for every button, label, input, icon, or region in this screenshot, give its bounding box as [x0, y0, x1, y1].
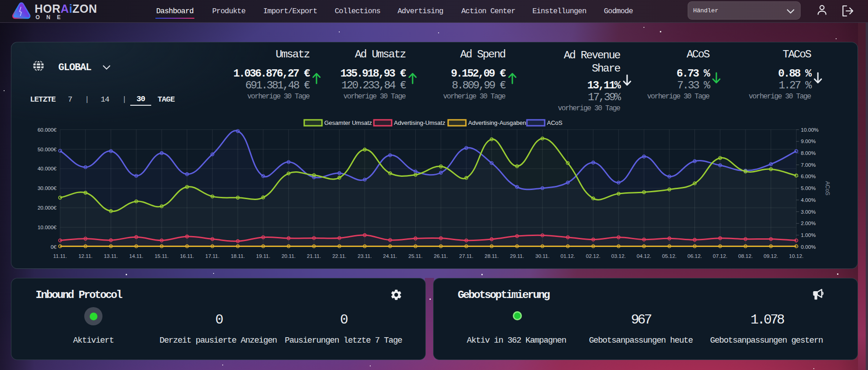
svg-text:9.00%: 9.00% [801, 139, 816, 144]
svg-text:08.12.: 08.12. [738, 253, 753, 259]
svg-text:40.000€: 40.000€ [37, 166, 56, 171]
svg-text:18.11.: 18.11. [231, 253, 245, 259]
svg-text:5.00%: 5.00% [801, 185, 816, 191]
svg-text:25.11.: 25.11. [408, 253, 423, 259]
svg-text:1.00%: 1.00% [801, 232, 816, 238]
svg-text:26.11.: 26.11. [434, 253, 448, 259]
svg-text:10.00%: 10.00% [801, 127, 819, 133]
svg-text:Advertising-Umsatz: Advertising-Umsatz [394, 119, 445, 126]
svg-text:50.000€: 50.000€ [37, 147, 56, 152]
svg-text:4.00%: 4.00% [801, 197, 816, 203]
svg-text:21.11.: 21.11. [307, 253, 321, 259]
svg-text:0€: 0€ [51, 244, 56, 250]
svg-text:7.00%: 7.00% [801, 162, 816, 168]
svg-text:05.12.: 05.12. [662, 253, 677, 259]
svg-text:ACoS: ACoS [547, 119, 562, 126]
svg-text:10.000€: 10.000€ [37, 225, 56, 230]
svg-text:01.12.: 01.12. [561, 253, 575, 259]
svg-text:29.11.: 29.11. [510, 253, 524, 259]
svg-text:15.11.: 15.11. [154, 253, 168, 259]
svg-text:23.11.: 23.11. [357, 253, 372, 259]
svg-text:19.11.: 19.11. [256, 253, 270, 259]
svg-text:2.00%: 2.00% [801, 221, 816, 226]
svg-text:06.12.: 06.12. [688, 253, 702, 259]
svg-text:8.00%: 8.00% [801, 150, 816, 156]
svg-text:27.11.: 27.11. [459, 253, 473, 259]
svg-text:28.11.: 28.11. [485, 253, 499, 259]
svg-text:22.11.: 22.11. [332, 253, 347, 259]
svg-text:04.12.: 04.12. [637, 253, 651, 259]
svg-text:Advertising-Ausgaben: Advertising-Ausgaben [468, 119, 526, 126]
svg-text:07.12.: 07.12. [713, 253, 727, 259]
svg-text:03.12.: 03.12. [611, 253, 626, 259]
svg-text:13.11.: 13.11. [104, 253, 118, 259]
svg-text:02.12.: 02.12. [586, 253, 601, 259]
svg-text:16.11.: 16.11. [180, 253, 194, 259]
svg-text:24.11.: 24.11. [383, 253, 397, 259]
svg-text:09.12.: 09.12. [764, 253, 778, 259]
svg-text:10.12.: 10.12. [789, 253, 804, 259]
svg-text:30.000€: 30.000€ [37, 185, 56, 191]
svg-text:20.11.: 20.11. [281, 253, 296, 259]
svg-text:14.11.: 14.11. [129, 253, 143, 259]
svg-text:Gesamter Umsatz: Gesamter Umsatz [324, 119, 372, 126]
svg-text:ACoS: ACoS [824, 181, 831, 195]
svg-text:17.11.: 17.11. [205, 253, 220, 259]
svg-text:30.11.: 30.11. [536, 253, 550, 259]
svg-text:12.11.: 12.11. [78, 253, 92, 259]
svg-text:6.00%: 6.00% [801, 174, 816, 179]
svg-text:0.00%: 0.00% [801, 244, 816, 250]
svg-text:20.000€: 20.000€ [37, 205, 56, 211]
svg-text:60.000€: 60.000€ [37, 127, 56, 133]
svg-text:3.00%: 3.00% [801, 209, 816, 215]
svg-text:11.11.: 11.11. [53, 253, 67, 259]
